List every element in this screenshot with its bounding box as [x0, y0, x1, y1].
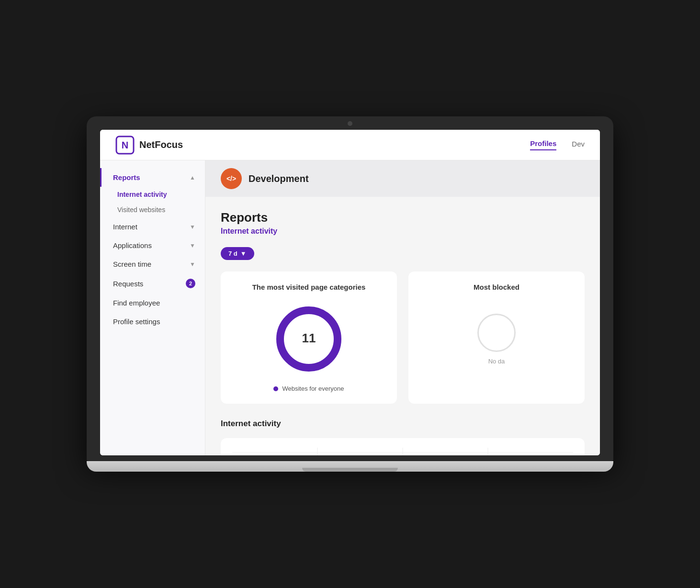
logo-icon: N [115, 136, 135, 155]
filter-chevron-icon: ▼ [240, 250, 247, 257]
most-blocked-title: Most blocked [420, 283, 573, 291]
sidebar-sub-reports: Internet activity Visited websites [100, 187, 205, 217]
nav-dev[interactable]: Dev [572, 140, 585, 150]
sidebar-item-find-employee[interactable]: Find employee [100, 294, 205, 312]
dev-icon-text: </> [226, 175, 236, 182]
reports-chevron-icon: ▲ [190, 174, 195, 181]
sidebar-item-reports[interactable]: Reports ▲ [100, 168, 205, 187]
header-nav: Profiles Dev [530, 139, 585, 150]
area-chart-container: 12 9 6 3 [221, 438, 585, 455]
svg-text:11: 11 [302, 331, 316, 345]
sidebar-item-find-employee-label: Find employee [113, 299, 160, 307]
most-visited-title: The most visited page categories [232, 283, 385, 291]
sidebar-item-requests-label: Requests [113, 280, 143, 288]
sidebar-item-profile-settings[interactable]: Profile settings [100, 312, 205, 331]
no-data-label: No da [488, 358, 505, 365]
app-header: N NetFocus Profiles Dev [100, 130, 600, 160]
content-body: Reports Internet activity 7 d ▼ The most… [205, 197, 600, 455]
reports-subtitle: Internet activity [221, 227, 585, 236]
area-chart-wrap [232, 448, 573, 455]
screen-bezel: N NetFocus Profiles Dev Reports ▲ [87, 116, 613, 461]
sidebar-item-profile-settings-label: Profile settings [113, 317, 160, 326]
most-visited-card: The most visited page categories 11 Webs… [221, 271, 397, 404]
dev-icon: </> [221, 168, 242, 189]
legend-dot [273, 386, 278, 391]
screen: N NetFocus Profiles Dev Reports ▲ [100, 130, 600, 455]
filter-button[interactable]: 7 d ▼ [221, 247, 254, 260]
applications-chevron-icon: ▼ [190, 242, 195, 249]
sidebar-item-applications-label: Applications [113, 241, 152, 249]
reports-title: Reports [221, 210, 585, 225]
logo-area: N NetFocus [115, 136, 183, 155]
main-content: </> Development Reports Internet activit… [205, 160, 600, 455]
sidebar-item-internet-label: Internet [113, 223, 137, 231]
nav-profiles[interactable]: Profiles [530, 139, 556, 150]
filter-label: 7 d [228, 250, 237, 257]
sidebar-item-screen-time[interactable]: Screen time ▼ [100, 255, 205, 273]
logo-text: NetFocus [139, 139, 183, 150]
donut-container: 11 Websites for everyone [232, 301, 385, 392]
sidebar-item-screen-time-label: Screen time [113, 260, 151, 268]
donut-legend: Websites for everyone [273, 385, 344, 392]
activity-title: Internet activity [221, 419, 585, 429]
content-header: </> Development [205, 160, 600, 197]
sidebar-item-reports-label: Reports [113, 173, 140, 181]
app-body: Reports ▲ Internet activity Visited webs… [100, 160, 600, 455]
sidebar-item-requests[interactable]: Requests 2 [100, 273, 205, 294]
sidebar: Reports ▲ Internet activity Visited webs… [100, 160, 205, 455]
area-chart-svg [232, 448, 573, 455]
sidebar-item-applications[interactable]: Applications ▼ [100, 236, 205, 255]
charts-row: The most visited page categories 11 Webs… [221, 271, 585, 404]
sidebar-sub-visited-websites[interactable]: Visited websites [100, 202, 205, 217]
legend-label: Websites for everyone [282, 385, 344, 392]
most-blocked-circle [477, 314, 516, 352]
internet-chevron-icon: ▼ [190, 224, 195, 230]
content-header-title: Development [248, 173, 309, 184]
screen-time-chevron-icon: ▼ [190, 261, 195, 268]
laptop-base [87, 461, 613, 472]
most-blocked-placeholder: No da [420, 301, 573, 377]
svg-text:N: N [122, 140, 128, 150]
sidebar-sub-internet-activity[interactable]: Internet activity [100, 187, 205, 202]
laptop-container: N NetFocus Profiles Dev Reports ▲ [87, 116, 613, 472]
activity-section: Internet activity [221, 419, 585, 455]
requests-badge: 2 [186, 279, 195, 288]
most-blocked-card: Most blocked No da [408, 271, 585, 404]
donut-chart: 11 [271, 301, 347, 377]
sidebar-item-internet[interactable]: Internet ▼ [100, 217, 205, 236]
